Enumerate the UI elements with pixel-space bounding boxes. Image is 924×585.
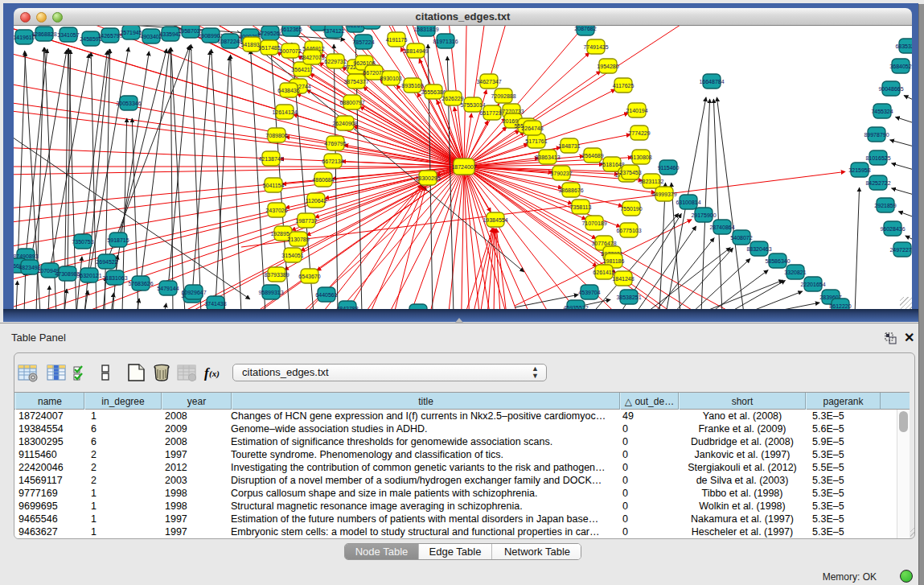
svg-text:7857224: 7857224 xyxy=(352,39,374,45)
svg-text:1981186: 1981186 xyxy=(603,258,625,264)
svg-text:3215958: 3215958 xyxy=(848,167,870,173)
svg-text:9517485: 9517485 xyxy=(258,45,280,51)
svg-text:5130808: 5130808 xyxy=(630,154,651,160)
svg-text:31831063: 31831063 xyxy=(102,275,127,281)
svg-text:42138745: 42138745 xyxy=(258,156,283,162)
svg-text:1954280: 1954280 xyxy=(597,64,618,69)
svg-text:7089806: 7089806 xyxy=(265,133,287,138)
svg-text:71070189: 71070189 xyxy=(581,220,606,226)
svg-text:6007072: 6007072 xyxy=(279,48,301,54)
svg-text:81016525: 81016525 xyxy=(865,155,890,161)
svg-text:5171761: 5171761 xyxy=(525,138,547,144)
svg-text:60929647: 60929647 xyxy=(181,290,206,295)
svg-text:4117625: 4117625 xyxy=(613,83,634,89)
svg-text:4860684: 4860684 xyxy=(312,177,334,183)
svg-text:2087682: 2087682 xyxy=(574,26,596,31)
svg-text:9115460: 9115460 xyxy=(658,165,680,171)
svg-text:10872248: 10872248 xyxy=(217,39,242,44)
svg-text:6292423: 6292423 xyxy=(407,309,429,310)
svg-text:2375453: 2375453 xyxy=(619,170,641,175)
svg-text:7374122: 7374122 xyxy=(322,28,344,34)
svg-text:16648784: 16648784 xyxy=(699,79,724,84)
svg-text:34627347: 34627347 xyxy=(476,79,501,84)
svg-text:38538251: 38538251 xyxy=(616,295,641,300)
svg-text:38688676: 38688676 xyxy=(558,187,583,193)
svg-text:45935572: 45935572 xyxy=(563,305,588,310)
svg-text:2130789: 2130789 xyxy=(287,237,309,242)
svg-text:4612365: 4612365 xyxy=(280,27,302,32)
svg-text:75181648: 75181648 xyxy=(599,162,624,167)
svg-text:1120642: 1120642 xyxy=(306,198,327,204)
svg-text:63100814: 63100814 xyxy=(676,200,700,205)
svg-text:1987737: 1987737 xyxy=(295,218,317,224)
svg-text:18300295: 18300295 xyxy=(415,175,440,181)
svg-text:95899313: 95899313 xyxy=(258,290,283,295)
svg-text:7774229: 7774229 xyxy=(628,130,650,136)
svg-text:35556386: 35556386 xyxy=(421,89,446,95)
svg-text:5041154: 5041154 xyxy=(263,183,285,188)
svg-text:8930103: 8930103 xyxy=(380,76,401,81)
svg-text:4191175: 4191175 xyxy=(386,37,408,43)
svg-text:66775103: 66775103 xyxy=(616,228,641,233)
svg-text:83863413: 83863413 xyxy=(535,154,560,160)
svg-text:3684052: 3684052 xyxy=(889,64,911,69)
svg-text:22201654: 22201654 xyxy=(800,282,825,287)
svg-text:68800797: 68800797 xyxy=(339,100,364,105)
svg-text:2264748: 2264748 xyxy=(521,126,543,131)
svg-text:95320121: 95320121 xyxy=(76,273,101,278)
svg-text:30776478: 30776478 xyxy=(591,241,616,246)
svg-text:72092888: 72092888 xyxy=(491,93,515,99)
svg-text:57553014: 57553014 xyxy=(460,102,485,108)
svg-text:3564217: 3564217 xyxy=(291,67,313,72)
svg-text:5918715: 5918715 xyxy=(107,237,129,243)
svg-text:28814949: 28814949 xyxy=(403,48,428,54)
svg-text:19384554: 19384554 xyxy=(483,217,507,223)
svg-text:42868828: 42868828 xyxy=(31,31,56,37)
svg-text:8935169: 8935169 xyxy=(401,83,423,89)
svg-text:44999379: 44999379 xyxy=(651,192,676,197)
svg-text:98231132: 98231132 xyxy=(639,179,664,184)
svg-text:3790237: 3790237 xyxy=(550,171,572,176)
svg-text:8612220: 8612220 xyxy=(829,303,851,309)
svg-text:7455324: 7455324 xyxy=(871,109,893,114)
svg-text:47295260: 47295260 xyxy=(257,31,282,36)
svg-text:2921859: 2921859 xyxy=(874,203,896,208)
svg-text:24972279: 24972279 xyxy=(889,247,912,253)
svg-text:(x): (x) xyxy=(209,369,220,379)
svg-text:18724007: 18724007 xyxy=(451,164,476,170)
svg-text:29175900: 29175900 xyxy=(691,212,716,218)
svg-text:89089901: 89089901 xyxy=(198,33,223,39)
svg-text:57683626: 57683626 xyxy=(128,281,153,286)
svg-text:38427073: 38427073 xyxy=(299,55,324,60)
svg-text:26240908: 26240908 xyxy=(332,121,357,126)
svg-text:90048665: 90048665 xyxy=(878,86,903,92)
svg-text:68353204: 68353204 xyxy=(895,43,912,49)
svg-text:1848731: 1848731 xyxy=(558,143,580,149)
svg-text:84252722: 84252722 xyxy=(865,180,890,186)
svg-text:2437026: 2437026 xyxy=(265,208,287,213)
svg-text:4769795: 4769795 xyxy=(324,141,346,146)
svg-text:96028436: 96028436 xyxy=(880,226,905,232)
svg-text:6438436: 6438436 xyxy=(277,88,299,93)
svg-text:89978790: 89978790 xyxy=(864,132,889,138)
svg-text:2140194: 2140194 xyxy=(626,108,647,113)
svg-text:2571945: 2571945 xyxy=(120,30,142,35)
svg-text:81971316: 81971316 xyxy=(433,39,458,44)
svg-text:7550190: 7550190 xyxy=(620,206,642,212)
svg-text:12614124: 12614124 xyxy=(272,109,297,115)
svg-text:14265799: 14265799 xyxy=(97,33,122,39)
svg-text:6261415: 6261415 xyxy=(593,270,614,275)
svg-text:2694522: 2694522 xyxy=(96,259,117,265)
svg-text:6440561: 6440561 xyxy=(315,292,337,298)
svg-text:83793389: 83793389 xyxy=(264,272,289,278)
svg-text:88320463: 88320463 xyxy=(746,246,771,252)
svg-text:5479144: 5479144 xyxy=(157,286,179,291)
svg-text:5408072: 5408072 xyxy=(730,235,752,241)
svg-text:28740864: 28740864 xyxy=(709,225,734,230)
svg-text:15831819: 15831819 xyxy=(413,27,438,32)
svg-text:2626229: 2626229 xyxy=(441,96,463,101)
svg-text:58586340: 58586340 xyxy=(765,258,790,264)
svg-text:3741438: 3741438 xyxy=(204,301,226,307)
svg-text:38754377: 38754377 xyxy=(343,79,368,84)
svg-text:1841248: 1841248 xyxy=(612,276,634,282)
